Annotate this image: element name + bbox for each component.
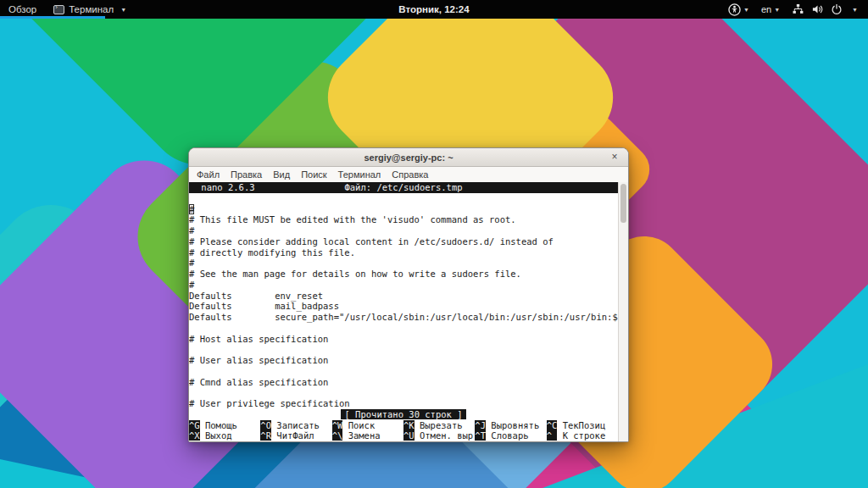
volume-icon	[811, 3, 824, 15]
nano-status-label: [ Прочитано 30 строк ]	[341, 409, 465, 419]
editor-line: #	[189, 204, 618, 215]
editor-line: #	[189, 258, 618, 269]
close-button[interactable]: ×	[609, 151, 620, 163]
nano-filename-label: Файл: /etc/sudoers.tmp	[189, 182, 618, 193]
shortcut-key: ^W	[332, 420, 343, 430]
menu-item-2[interactable]: Правка	[231, 169, 262, 180]
keyboard-layout-menu[interactable]: en ▼	[761, 4, 780, 14]
shortcut-key: ^_	[547, 430, 558, 441]
chevron-down-icon: ▼	[852, 7, 858, 13]
chevron-down-icon: ▼	[743, 7, 749, 13]
shortcut-key: ^X	[189, 430, 200, 441]
chevron-down-icon: ▼	[774, 7, 780, 13]
editor-line: # directly modifying this file.	[189, 247, 618, 258]
editor-line: Defaults secure_path="/usr/local/sbin:/u…	[189, 312, 618, 323]
keyboard-layout-label: en	[761, 4, 771, 14]
menu-item-1[interactable]: Файл	[197, 169, 220, 180]
scrollbar-thumb[interactable]	[620, 184, 626, 223]
editor-line: # See the man page for details on how to…	[189, 269, 618, 280]
nano-shortcut: ^U Отмен. выр	[403, 430, 475, 441]
network-icon	[792, 3, 804, 15]
menu-item-6[interactable]: Справка	[392, 169, 428, 180]
nano-shortcut: ^W Поиск	[332, 420, 403, 431]
nano-shortcut: ^T Словарь	[475, 430, 546, 441]
chevron-down-icon: ▼	[120, 7, 126, 13]
editor-line: # Cmnd alias specification	[189, 377, 618, 388]
scrollbar[interactable]	[618, 182, 628, 441]
editor-line	[189, 193, 618, 204]
shortcut-key: ^G	[189, 420, 200, 430]
nano-shortcut: ^\ Замена	[332, 430, 403, 441]
menu-item-5[interactable]: Терминал	[338, 169, 381, 180]
text-cursor: #	[189, 204, 194, 214]
nano-header: nano 2.6.3Файл: /etc/sudoers.tmp	[189, 182, 618, 193]
editor-line: # User privilege specification	[189, 398, 618, 409]
shortcut-key: ^J	[475, 420, 486, 430]
nano-shortcut: ^R ЧитФайл	[260, 430, 331, 441]
editor-line: #	[189, 225, 618, 236]
nano-shortcut: ^_ К строке	[547, 430, 618, 441]
editor-line	[189, 387, 618, 398]
accessibility-icon	[728, 3, 741, 16]
nano-shortcut: ^G Помощь	[189, 420, 260, 431]
shortcut-key: ^O	[260, 420, 271, 430]
editor-line	[189, 323, 618, 334]
nano-shortcut: ^C ТекПозиц	[547, 420, 618, 431]
menu-item-4[interactable]: Поиск	[301, 169, 326, 180]
activities-label: Обзор	[8, 4, 36, 14]
editor-line	[189, 366, 618, 377]
terminal-window: sergiy@sergiy-pc: ~ × ФайлПравкаВидПоиск…	[188, 147, 629, 442]
terminal-text-area[interactable]: nano 2.6.3Файл: /etc/sudoers.tmp## This …	[189, 182, 618, 441]
editor-line	[189, 344, 618, 355]
nano-shortcut: ^X Выход	[189, 430, 260, 441]
app-menu-label: Терминал	[69, 4, 114, 14]
nano-shortcut-row: ^G Помощь^O Записать^W Поиск^K Вырезать^…	[189, 420, 618, 431]
window-title: sergiy@sergiy-pc: ~	[364, 152, 453, 163]
shortcut-key: ^R	[260, 430, 271, 441]
editor-line: # Please consider adding local content i…	[189, 236, 618, 247]
active-app-underline	[0, 16, 105, 19]
editor-line: # User alias specification	[189, 355, 618, 366]
nano-status-message: [ Прочитано 30 строк ]	[189, 409, 618, 420]
clock-label: Вторник, 12:24	[398, 4, 469, 14]
accessibility-menu[interactable]: ▼	[728, 3, 749, 16]
nano-shortcut: ^K Вырезать	[403, 420, 475, 431]
editor-line: # This file MUST be edited with the 'vis…	[189, 214, 618, 225]
shortcut-key: ^U	[403, 430, 415, 441]
nano-shortcut: ^O Записать	[260, 420, 331, 431]
terminal-screen[interactable]: nano 2.6.3Файл: /etc/sudoers.tmp## This …	[189, 182, 628, 441]
system-status-menu[interactable]: ▼	[792, 3, 858, 15]
shortcut-key: ^K	[403, 420, 415, 430]
menu-item-3[interactable]: Вид	[273, 169, 290, 180]
shortcut-key: ^\	[332, 430, 343, 441]
top-panel: Обзор Терминал ▼ Вторник, 12:24 ▼ en ▼	[0, 0, 868, 19]
window-titlebar[interactable]: sergiy@sergiy-pc: ~ ×	[189, 148, 628, 167]
nano-shortcut: ^J Выровнять	[475, 420, 546, 431]
terminal-menubar: ФайлПравкаВидПоискТерминалСправка	[189, 167, 628, 182]
editor-line: #	[189, 280, 618, 291]
terminal-app-icon	[53, 5, 64, 14]
shortcut-key: ^C	[547, 420, 558, 430]
editor-line: Defaults mail_badpass	[189, 301, 618, 312]
power-icon	[831, 3, 843, 15]
shortcut-key: ^T	[475, 430, 486, 441]
nano-shortcut-row: ^X Выход^R ЧитФайл^\ Замена^U Отмен. выр…	[189, 430, 618, 441]
editor-line: # Host alias specification	[189, 334, 618, 345]
editor-line: Defaults env_reset	[189, 291, 618, 302]
